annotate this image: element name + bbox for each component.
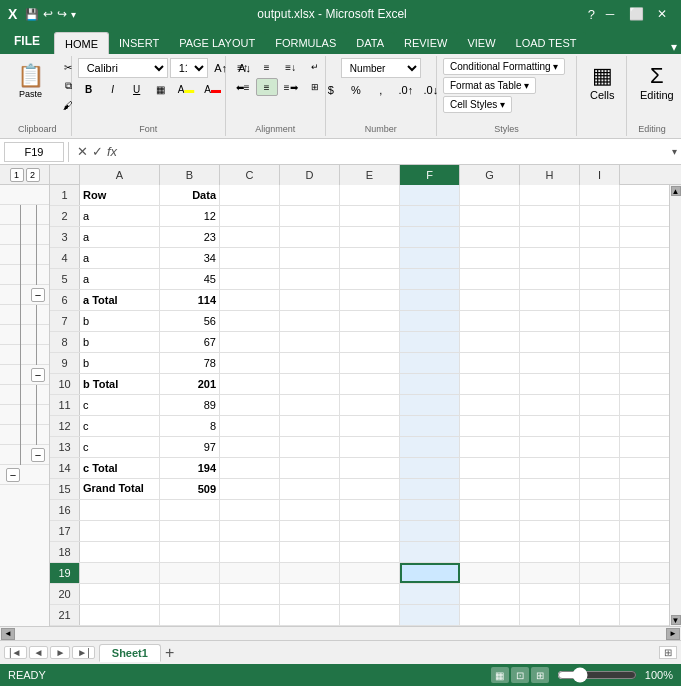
cell-C16[interactable] xyxy=(220,500,280,520)
cell-F7[interactable] xyxy=(400,311,460,331)
ribbon-expand-icon[interactable]: ▾ xyxy=(671,40,677,54)
cell-I9[interactable] xyxy=(580,353,620,373)
font-color-button[interactable]: A▬ xyxy=(200,80,225,98)
cell-A12[interactable]: c xyxy=(80,416,160,436)
row-num-3[interactable]: 3 xyxy=(50,227,80,247)
cell-C6[interactable] xyxy=(220,290,280,310)
cell-A14[interactable]: c Total xyxy=(80,458,160,478)
cell-reference-box[interactable] xyxy=(4,142,64,162)
cell-D19[interactable] xyxy=(280,563,340,583)
cell-I5[interactable] xyxy=(580,269,620,289)
cell-F1[interactable] xyxy=(400,185,460,205)
sheet-options-button[interactable]: ⊞ xyxy=(659,646,677,659)
scroll-right-button[interactable]: ► xyxy=(666,628,680,640)
cell-D4[interactable] xyxy=(280,248,340,268)
conditional-formatting-button[interactable]: Conditional Formatting ▾ xyxy=(443,58,565,75)
cell-H16[interactable] xyxy=(520,500,580,520)
cell-G3[interactable] xyxy=(460,227,520,247)
cell-E21[interactable] xyxy=(340,605,400,625)
col-header-G[interactable]: G xyxy=(460,165,520,185)
bold-button[interactable]: B xyxy=(78,80,100,98)
cell-D1[interactable] xyxy=(280,185,340,205)
cell-A11[interactable]: c xyxy=(80,395,160,415)
cell-C10[interactable] xyxy=(220,374,280,394)
cell-H4[interactable] xyxy=(520,248,580,268)
outline-level-1-button[interactable]: 1 xyxy=(10,168,24,182)
formula-input[interactable] xyxy=(121,142,668,162)
cell-A3[interactable]: a xyxy=(80,227,160,247)
cell-C15[interactable] xyxy=(220,479,280,499)
row-num-18[interactable]: 18 xyxy=(50,542,80,562)
cell-B6[interactable]: 114 xyxy=(160,290,220,310)
cell-F19[interactable] xyxy=(400,563,460,583)
col-header-E[interactable]: E xyxy=(340,165,400,185)
cell-D9[interactable] xyxy=(280,353,340,373)
cell-I14[interactable] xyxy=(580,458,620,478)
cell-F18[interactable] xyxy=(400,542,460,562)
cell-H10[interactable] xyxy=(520,374,580,394)
row-num-17[interactable]: 17 xyxy=(50,521,80,541)
editing-button[interactable]: Σ Editing xyxy=(633,58,681,106)
row-num-7[interactable]: 7 xyxy=(50,311,80,331)
cell-D21[interactable] xyxy=(280,605,340,625)
cell-B5[interactable]: 45 xyxy=(160,269,220,289)
cell-A13[interactable]: c xyxy=(80,437,160,457)
cell-H18[interactable] xyxy=(520,542,580,562)
cell-C1[interactable] xyxy=(220,185,280,205)
cell-B18[interactable] xyxy=(160,542,220,562)
minimize-button[interactable]: ─ xyxy=(599,4,621,24)
row-num-4[interactable]: 4 xyxy=(50,248,80,268)
cell-E3[interactable] xyxy=(340,227,400,247)
cell-I7[interactable] xyxy=(580,311,620,331)
cell-G17[interactable] xyxy=(460,521,520,541)
cell-G5[interactable] xyxy=(460,269,520,289)
cell-F11[interactable] xyxy=(400,395,460,415)
undo-icon[interactable]: ↩ xyxy=(43,7,53,21)
col-header-C[interactable]: C xyxy=(220,165,280,185)
cell-C4[interactable] xyxy=(220,248,280,268)
cell-B13[interactable]: 97 xyxy=(160,437,220,457)
cell-B7[interactable]: 56 xyxy=(160,311,220,331)
cell-H9[interactable] xyxy=(520,353,580,373)
row-num-10[interactable]: 10 xyxy=(50,374,80,394)
paste-button[interactable]: 📋 Paste xyxy=(10,58,51,104)
vertical-scrollbar[interactable]: ▲ ▼ xyxy=(669,185,681,626)
cell-F3[interactable] xyxy=(400,227,460,247)
cell-C14[interactable] xyxy=(220,458,280,478)
cell-I15[interactable] xyxy=(580,479,620,499)
cell-F15[interactable] xyxy=(400,479,460,499)
cell-F10[interactable] xyxy=(400,374,460,394)
cell-D8[interactable] xyxy=(280,332,340,352)
cell-G15[interactable] xyxy=(460,479,520,499)
cell-E17[interactable] xyxy=(340,521,400,541)
tab-review[interactable]: REVIEW xyxy=(394,32,457,54)
col-header-I[interactable]: I xyxy=(580,165,620,185)
align-right-button[interactable]: ≡➡ xyxy=(280,78,302,96)
cell-A16[interactable] xyxy=(80,500,160,520)
cell-F21[interactable] xyxy=(400,605,460,625)
cell-F5[interactable] xyxy=(400,269,460,289)
redo-icon[interactable]: ↪ xyxy=(57,7,67,21)
cell-H19[interactable] xyxy=(520,563,580,583)
cell-I18[interactable] xyxy=(580,542,620,562)
cell-D20[interactable] xyxy=(280,584,340,604)
sheet-next-button[interactable]: ► xyxy=(50,646,70,659)
cell-C17[interactable] xyxy=(220,521,280,541)
row-num-6[interactable]: 6 xyxy=(50,290,80,310)
cell-H20[interactable] xyxy=(520,584,580,604)
dec-inc-button[interactable]: .0↑ xyxy=(394,80,418,100)
cell-A6[interactable]: a Total xyxy=(80,290,160,310)
cell-C19[interactable] xyxy=(220,563,280,583)
fill-color-button[interactable]: A▬ xyxy=(174,80,199,98)
format-as-table-button[interactable]: Format as Table ▾ xyxy=(443,77,536,94)
cell-B2[interactable]: 12 xyxy=(160,206,220,226)
cell-A2[interactable]: a xyxy=(80,206,160,226)
cell-I21[interactable] xyxy=(580,605,620,625)
wrap-text-button[interactable]: ↵ xyxy=(304,58,326,76)
help-icon[interactable]: ? xyxy=(588,7,595,22)
cell-H17[interactable] xyxy=(520,521,580,541)
restore-button[interactable]: ⬜ xyxy=(625,4,647,24)
cell-G11[interactable] xyxy=(460,395,520,415)
cell-G20[interactable] xyxy=(460,584,520,604)
align-left-button[interactable]: ⬅≡ xyxy=(232,78,254,96)
